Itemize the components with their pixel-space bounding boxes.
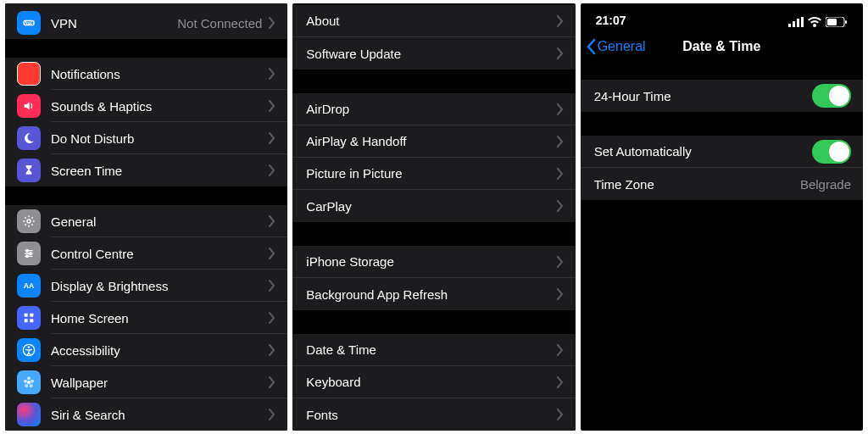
- row-control-centre[interactable]: Control Centre: [5, 237, 287, 270]
- svg-point-5: [30, 253, 32, 255]
- chevron-right-icon: [269, 280, 275, 292]
- vpn-label: VPN: [51, 16, 177, 31]
- svg-point-4: [26, 249, 29, 252]
- row-dnd[interactable]: Do Not Disturb: [5, 122, 287, 154]
- chevron-right-icon: [269, 344, 275, 356]
- row-label: Picture in Picture: [306, 166, 556, 181]
- group-general: General Control Centre AA Display & Brig…: [5, 205, 287, 431]
- group-auto: Set Automatically Time Zone Belgrade: [581, 136, 863, 200]
- chevron-right-icon: [269, 164, 275, 176]
- row-software-update[interactable]: Software Update: [292, 37, 575, 70]
- row-keyboard[interactable]: Keyboard: [292, 366, 575, 398]
- chevron-right-icon: [269, 215, 275, 227]
- chevron-right-icon: [557, 256, 564, 268]
- settings-panel-general: About Software Update AirDrop AirPlay & …: [292, 3, 575, 431]
- chevron-right-icon: [269, 248, 275, 259]
- row-datetime[interactable]: Date & Time: [292, 334, 575, 366]
- row-siri[interactable]: Siri & Search: [5, 398, 287, 431]
- row-homescreen[interactable]: Home Screen: [5, 302, 287, 334]
- row-notifications[interactable]: Notifications: [5, 58, 287, 90]
- timezone-value: Belgrade: [800, 177, 851, 192]
- nav-bar: General Date & Time: [581, 29, 863, 64]
- row-label: About: [306, 14, 556, 28]
- row-label: Accessibility: [51, 343, 269, 358]
- svg-point-15: [27, 376, 31, 380]
- svg-point-18: [25, 384, 28, 387]
- sliders-icon: [17, 242, 41, 265]
- group-24h: 24-Hour Time: [581, 80, 863, 112]
- chevron-right-icon: [557, 47, 564, 59]
- svg-rect-20: [788, 24, 791, 27]
- person-icon: [17, 338, 41, 362]
- speaker-icon: [17, 94, 41, 118]
- chevron-right-icon: [269, 132, 275, 144]
- chevron-right-icon: [557, 409, 564, 420]
- row-label: 24-Hour Time: [594, 89, 812, 103]
- chevron-right-icon: [557, 15, 564, 27]
- battery-icon: [826, 17, 848, 27]
- row-about[interactable]: About: [292, 5, 575, 37]
- row-24h[interactable]: 24-Hour Time: [581, 80, 863, 112]
- row-display[interactable]: AA Display & Brightness: [5, 270, 287, 302]
- hourglass-icon: [17, 159, 41, 182]
- svg-point-17: [30, 384, 33, 387]
- svg-rect-22: [797, 19, 799, 27]
- chevron-left-icon: [586, 38, 596, 55]
- row-screentime[interactable]: Screen Time: [5, 154, 287, 186]
- row-label: Fonts: [306, 408, 556, 422]
- settings-panel-datetime: 21:07 General Date & Time 24-Hour Time S…: [581, 3, 863, 431]
- row-general[interactable]: General: [5, 205, 287, 237]
- vpn-icon: VPN: [17, 11, 41, 35]
- row-label: Sounds & Haptics: [51, 99, 269, 114]
- chevron-right-icon: [557, 200, 564, 212]
- row-airdrop[interactable]: AirDrop: [292, 93, 575, 125]
- row-wallpaper[interactable]: Wallpaper: [5, 366, 287, 398]
- svg-rect-2: [25, 70, 34, 79]
- row-storage[interactable]: iPhone Storage: [292, 246, 575, 278]
- chevron-right-icon: [557, 103, 564, 115]
- svg-point-3: [27, 220, 31, 223]
- row-label: Keyboard: [306, 375, 556, 389]
- svg-point-19: [24, 380, 27, 383]
- svg-point-14: [27, 381, 31, 384]
- row-sounds[interactable]: Sounds & Haptics: [5, 90, 287, 122]
- row-timezone[interactable]: Time Zone Belgrade: [581, 168, 863, 200]
- svg-point-13: [28, 346, 31, 348]
- settings-panel-main: VPN VPN Not Connected Notifications Soun…: [5, 3, 287, 431]
- chevron-right-icon: [269, 409, 275, 420]
- chevron-right-icon: [557, 288, 564, 300]
- row-label: Software Update: [306, 47, 556, 61]
- row-carplay[interactable]: CarPlay: [292, 190, 575, 222]
- row-vpn[interactable]: VPN VPN Not Connected: [5, 7, 287, 39]
- row-label: Do Not Disturb: [51, 131, 269, 146]
- row-label: CarPlay: [306, 199, 556, 214]
- row-pip[interactable]: Picture in Picture: [292, 158, 575, 190]
- row-label: Date & Time: [306, 342, 556, 357]
- chevron-right-icon: [269, 312, 275, 324]
- svg-text:VPN: VPN: [25, 20, 34, 25]
- chevron-right-icon: [269, 17, 275, 29]
- row-label: Time Zone: [594, 177, 800, 192]
- group-storage: iPhone Storage Background App Refresh: [292, 246, 575, 310]
- row-label: AirDrop: [306, 102, 556, 116]
- row-accessibility[interactable]: Accessibility: [5, 334, 287, 366]
- svg-rect-26: [845, 20, 847, 24]
- wifi-icon: [808, 17, 821, 27]
- toggle-auto[interactable]: [812, 140, 851, 164]
- status-indicators: [788, 17, 848, 27]
- bell-icon: [17, 62, 41, 86]
- status-time: 21:07: [596, 14, 626, 27]
- flower-icon: [17, 370, 41, 394]
- back-button[interactable]: General: [586, 29, 646, 64]
- row-label: Siri & Search: [51, 408, 269, 422]
- chevron-right-icon: [557, 344, 564, 356]
- row-fonts[interactable]: Fonts: [292, 398, 575, 431]
- row-auto[interactable]: Set Automatically: [581, 136, 863, 168]
- list: 24-Hour Time Set Automatically Time Zone…: [581, 80, 863, 224]
- row-bgrefresh[interactable]: Background App Refresh: [292, 278, 575, 310]
- toggle-24h[interactable]: [812, 84, 851, 108]
- group-notifications: Notifications Sounds & Haptics Do Not Di…: [5, 58, 287, 186]
- group-datetime: Date & Time Keyboard Fonts: [292, 334, 575, 431]
- row-airplay[interactable]: AirPlay & Handoff: [292, 125, 575, 158]
- chevron-right-icon: [269, 376, 275, 388]
